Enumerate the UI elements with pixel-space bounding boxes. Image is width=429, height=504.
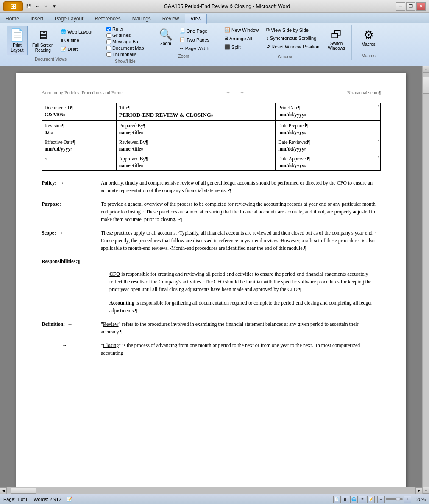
outline-button[interactable]: ≡ Outline bbox=[58, 36, 95, 44]
document-page[interactable]: Accounting Policies, Procedures and Form… bbox=[16, 73, 406, 488]
table-cell: Prepared·By¶ name,·title¤ bbox=[116, 120, 276, 137]
thumbnails-check[interactable] bbox=[106, 52, 111, 57]
full-screen-icon: 🖥 bbox=[37, 28, 49, 42]
print-view-btn[interactable]: 📄 bbox=[333, 496, 341, 503]
ruler-label: Ruler bbox=[112, 26, 123, 31]
show-hide-items: Ruler Gridlines Message Bar Document Map bbox=[105, 26, 145, 57]
arrange-all-button[interactable]: ⊞ Arrange All bbox=[222, 34, 261, 42]
title-bar-left: ⊞ 💾 ↩ ↪ ▼ bbox=[3, 1, 58, 11]
scope-content: These practices apply to all accounts. ·… bbox=[101, 229, 381, 252]
doc-header: Accounting Policies, Procedures and Form… bbox=[42, 90, 381, 96]
tab-insert[interactable]: Insert bbox=[25, 14, 49, 23]
qa-save[interactable]: 💾 bbox=[25, 3, 33, 9]
outline-view-btn[interactable]: ≡ bbox=[359, 496, 366, 503]
scroll-track[interactable] bbox=[423, 73, 429, 487]
message-bar-checkbox[interactable]: Message Bar bbox=[105, 39, 145, 45]
document-map-checkbox[interactable]: Document Map bbox=[105, 45, 145, 51]
ruler-check[interactable] bbox=[106, 27, 111, 31]
document-map-check[interactable] bbox=[106, 46, 111, 50]
scroll-left-button[interactable]: ◀ bbox=[0, 487, 7, 494]
gridlines-checkbox[interactable]: Gridlines bbox=[105, 32, 145, 38]
scrollbar-horizontal[interactable]: ◀ ▶ bbox=[0, 487, 422, 494]
definition-label: Definition: → bbox=[42, 320, 101, 336]
h-scroll-track[interactable] bbox=[7, 487, 415, 494]
policy-arrow: → bbox=[59, 179, 64, 187]
qa-dropdown[interactable]: ▼ bbox=[50, 3, 58, 9]
responsibilities-label: Responsibilities:¶ bbox=[42, 258, 80, 264]
page-width-button[interactable]: ↔ Page Width bbox=[177, 45, 212, 52]
full-screen-reading-button[interactable]: 🖥 Full ScreenReading bbox=[29, 26, 57, 55]
tab-home[interactable]: Home bbox=[0, 14, 25, 23]
scroll-right-button[interactable]: ▶ bbox=[415, 487, 422, 494]
tab-mailings[interactable]: Mailings bbox=[127, 14, 156, 23]
office-button[interactable]: ⊞ bbox=[3, 1, 23, 11]
minimize-button[interactable]: ─ bbox=[396, 2, 405, 11]
doc-table: Document·ID¶ G&A105¤ Title¶ PERIOD-END·R… bbox=[42, 103, 381, 171]
one-page-button[interactable]: 📃 One Page bbox=[177, 27, 212, 35]
tab-view[interactable]: View bbox=[185, 14, 207, 24]
purpose-arrow: → bbox=[64, 201, 69, 208]
h-scroll-thumb[interactable] bbox=[11, 488, 36, 494]
scrollbar-vertical[interactable]: ▲ ▼ bbox=[422, 66, 429, 494]
scroll-up-button[interactable]: ▲ bbox=[423, 66, 429, 73]
web-layout-button[interactable]: 🌐 Web Layout bbox=[58, 28, 95, 36]
window-controls: ─ ❐ ✕ bbox=[396, 2, 426, 11]
macros-icon: ⚙ bbox=[363, 28, 374, 42]
ruler-checkbox[interactable]: Ruler bbox=[105, 26, 145, 32]
proofing-icon[interactable]: 📝 bbox=[67, 496, 72, 502]
draft-view-btn[interactable]: 📝 bbox=[367, 496, 375, 503]
zoom-button[interactable]: 🔍 Zoom bbox=[156, 26, 176, 48]
tab-review[interactable]: Review bbox=[157, 14, 184, 23]
policy-label: Policy: → bbox=[42, 179, 101, 194]
title-bar: ⊞ 💾 ↩ ↪ ▼ G&A105 Period-End Review & Clo… bbox=[0, 0, 429, 13]
qa-redo[interactable]: ↪ bbox=[42, 3, 49, 9]
definition-content: "Review" refers to the procedures involv… bbox=[101, 320, 381, 336]
full-screen-view-btn[interactable]: 🖥 bbox=[342, 496, 349, 503]
draft-button[interactable]: 📝 Draft bbox=[58, 45, 95, 53]
cfo-section: CFO is responsible for creating and revi… bbox=[109, 270, 381, 293]
zoom-label-group: Zoom bbox=[178, 52, 189, 59]
synchronous-scrolling-button[interactable]: ↕ Synchronous Scrolling bbox=[264, 34, 321, 42]
qa-undo[interactable]: ↩ bbox=[34, 3, 41, 9]
status-right: 📄 🖥 🌐 ≡ 📝 − + 120% bbox=[333, 496, 426, 503]
scope-section: Scope: → These practices apply to all ac… bbox=[42, 229, 381, 252]
table-cell: ¶ Date·Reviewed¶ mm/dd/yyyy¤ bbox=[276, 137, 381, 154]
two-pages-button[interactable]: 📋 Two Pages bbox=[177, 36, 212, 44]
new-window-button[interactable]: 🪟 New Window bbox=[222, 26, 261, 34]
web-view-btn[interactable]: 🌐 bbox=[350, 496, 358, 503]
message-bar-check[interactable] bbox=[106, 39, 111, 44]
reset-window-label: Reset Window Position bbox=[271, 44, 319, 49]
web-layout-icon: 🌐 bbox=[61, 29, 67, 34]
restore-button[interactable]: ❐ bbox=[406, 2, 415, 11]
group-show-hide: Ruler Gridlines Message Bar Document Map bbox=[102, 25, 149, 64]
zoom-slider[interactable]: − + bbox=[377, 496, 411, 502]
thumbnails-label: Thumbnails bbox=[112, 52, 136, 57]
tab-page-layout[interactable]: Page Layout bbox=[49, 14, 89, 23]
print-layout-button[interactable]: 📄 PrintLayout bbox=[7, 26, 28, 55]
zoom-in-button[interactable]: + bbox=[404, 496, 411, 503]
policy-content: An orderly, timely and comprehensive rev… bbox=[101, 179, 381, 194]
scope-arrow: → bbox=[58, 230, 64, 237]
full-screen-label: Full ScreenReading bbox=[32, 43, 54, 53]
zoom-thumb[interactable] bbox=[396, 497, 400, 501]
status-bar: Page: 1 of 8 Words: 2,912 📝 📄 🖥 🌐 ≡ 📝 − … bbox=[0, 494, 429, 504]
page-width-icon: ↔ bbox=[179, 46, 184, 51]
zoom-out-button[interactable]: − bbox=[377, 496, 385, 503]
macros-button[interactable]: ⚙ Macros bbox=[359, 26, 379, 49]
header-left: Accounting Policies, Procedures and Form… bbox=[42, 90, 123, 96]
gridlines-check[interactable] bbox=[106, 33, 111, 38]
macros-label: Macros bbox=[362, 42, 376, 47]
zoom-track[interactable] bbox=[386, 498, 403, 500]
scroll-down-button[interactable]: ▼ bbox=[423, 487, 429, 494]
close-button[interactable]: ✕ bbox=[416, 2, 426, 11]
reset-window-button[interactable]: ↺ Reset Window Position bbox=[264, 42, 321, 50]
web-layout-label: Web Layout bbox=[68, 29, 93, 34]
split-button[interactable]: ⬛ Split bbox=[222, 43, 261, 51]
zoom-percentage[interactable]: 120% bbox=[414, 497, 426, 502]
tab-references[interactable]: References bbox=[89, 14, 126, 23]
view-side-by-side-button[interactable]: ⧉ View Side by Side bbox=[264, 26, 321, 34]
switch-windows-button[interactable]: 🗗 SwitchWindows bbox=[325, 26, 348, 53]
scope-text: Scope: bbox=[42, 230, 56, 237]
thumbnails-checkbox[interactable]: Thumbnails bbox=[105, 51, 145, 57]
scroll-thumb[interactable] bbox=[423, 77, 429, 94]
